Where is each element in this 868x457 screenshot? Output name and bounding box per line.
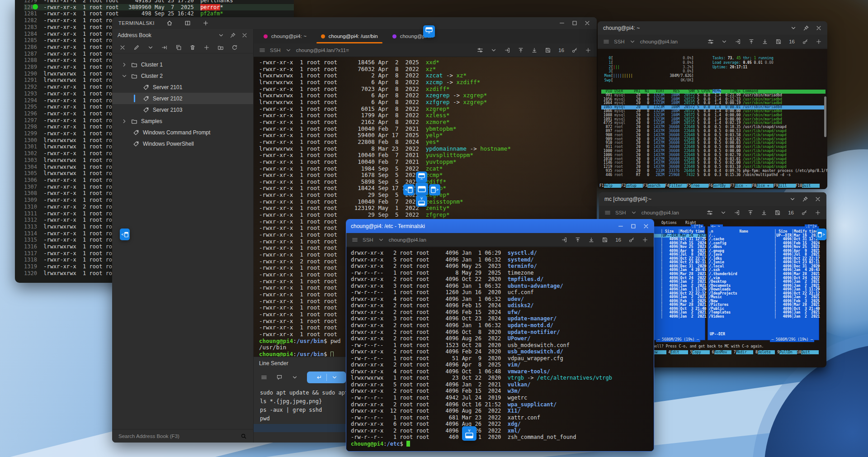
delete-icon[interactable] [189,44,196,51]
edit-icon[interactable] [133,44,140,51]
sliders-icon[interactable] [477,47,483,53]
connection-address[interactable]: choung@pi4.lan [389,237,426,243]
dock-east-button[interactable]: > [429,184,440,195]
sidebar-item-cluster-1[interactable]: Cluster 1 [112,59,253,70]
layout-icon[interactable] [184,20,191,26]
chevron-down-icon[interactable] [491,47,497,53]
export-icon[interactable] [735,38,741,45]
arrow-up-icon[interactable] [575,237,581,243]
mc-menu-options[interactable]: Options [661,221,677,225]
add-connection-icon[interactable] [203,44,210,51]
protocol-chevron-icon[interactable] [629,38,636,45]
key-icon[interactable] [628,237,635,243]
arrow-down-icon[interactable] [762,38,768,45]
protocol-chevron-icon[interactable] [285,47,292,53]
panel-collapse-icon[interactable] [218,32,224,38]
arrow-up-icon[interactable] [747,209,754,216]
dock-bottom-button[interactable]: v [462,426,476,441]
plus-icon[interactable] [642,237,648,243]
connection-address[interactable]: choung@pi4.lan [642,210,679,215]
panel-pin-icon[interactable] [803,25,809,31]
font-size-label[interactable]: 16 [789,39,795,44]
menu-icon[interactable] [261,374,267,381]
panel-collapse-icon[interactable] [790,25,797,31]
minimize-icon[interactable] [559,20,565,26]
dock-left-edge-button[interactable]: < [120,228,130,240]
terminal-pane[interactable]: 0[ 0.0%] 1[ 0.0%] 2[||| 3.2%] 3[ 0.0%] M… [598,49,827,189]
arrow-up-icon[interactable] [748,38,755,45]
dock-south-button[interactable]: v [416,195,427,207]
terminal-pane[interactable]: drwxr-xr-x 2 root root 4096 Jan 1 06:29 … [346,247,654,451]
key-icon[interactable] [571,47,578,53]
close-icon[interactable] [584,20,590,26]
sidebar-item-server-2101[interactable]: Server 2101 [112,81,253,93]
rename-icon[interactable] [161,44,168,51]
terminal-output[interactable]: drwxr-xr-x 2 root root 4096 Jan 1 06:29 … [351,250,612,447]
panel-close-icon[interactable] [241,32,248,38]
key-icon[interactable] [802,38,808,45]
htop-function-key-bar[interactable]: F1Help F2Setup F3Search F4Filter F5Tree … [599,183,820,188]
connection-address[interactable]: choung@pi4.lan [640,39,678,44]
dock-north-button[interactable]: ^ [416,171,427,183]
panel-pin-icon[interactable] [230,32,236,38]
font-size-label[interactable]: 16 [615,237,621,243]
sliders-icon[interactable] [707,209,713,216]
sidebar-item-cluster-2[interactable]: Cluster 2 [112,70,253,81]
chevron-right-icon[interactable] [121,118,127,124]
dock-west-button[interactable]: < [403,184,415,195]
arrow-down-icon[interactable] [531,47,538,53]
dock-center-button[interactable] [415,183,428,195]
mode-chevron-icon[interactable] [292,374,298,381]
sliders-icon[interactable] [708,38,714,45]
export-icon[interactable] [561,237,567,243]
panel-collapse-icon[interactable] [789,196,796,202]
close-icon[interactable] [816,25,822,31]
mc-right-panel[interactable]: <─ ~ .[^]>.n Name │ Size │Modify time /.… [708,226,819,340]
home-icon[interactable] [166,20,173,26]
menu-icon[interactable] [259,47,265,53]
font-size-label[interactable]: 16 [558,48,564,53]
sidebar-item-windows-powershell[interactable]: Windows PowerShell [112,138,253,149]
close-icon[interactable] [815,196,821,202]
plus-icon[interactable] [816,38,822,45]
sidebar-item-windows-command-prompt[interactable]: Windows Command Prompt [112,127,253,138]
export-icon[interactable] [734,209,740,216]
add-folder-icon[interactable] [217,44,224,51]
disconnect-icon[interactable] [119,44,126,51]
close-icon[interactable] [643,223,649,229]
menu-icon[interactable] [604,209,611,216]
arrow-down-icon[interactable] [588,237,594,243]
sidebar-item-server-2102[interactable]: Server 2102 [112,93,253,104]
dock-top-button[interactable]: ^ [423,25,435,38]
key-icon[interactable] [801,209,807,216]
save-icon[interactable] [545,47,551,53]
htop-process-table[interactable]: PID USER PRI NI VIRT RES SHR S CPU% MEM%… [601,90,826,177]
send-line-button[interactable] [307,371,346,383]
save-icon[interactable] [775,38,782,45]
sidebar-item-samples[interactable]: Samples [112,115,253,127]
connection-address[interactable]: choung@pi4.lan/?x11= [296,48,349,53]
duplicate-icon[interactable] [175,44,182,51]
refresh-icon[interactable] [231,44,238,51]
plus-icon[interactable] [815,209,821,216]
dock-right-edge-button[interactable]: > [816,228,826,240]
protocol-chevron-icon[interactable] [378,237,384,243]
search-icon[interactable] [241,433,247,439]
sidebar-item-server-2103[interactable]: Server 2103 [112,104,253,115]
arrow-down-icon[interactable] [761,209,767,216]
new-tab-icon[interactable] [203,20,209,26]
panel-pin-icon[interactable] [802,196,808,202]
plus-icon[interactable] [585,47,591,53]
chevron-down-icon[interactable] [721,38,727,45]
tab-1[interactable]: choung@pi4: ~ [256,29,314,43]
menu-icon[interactable] [352,237,358,243]
export-icon[interactable] [504,47,510,53]
scrollbar-thumb[interactable] [824,96,826,137]
menu-icon[interactable] [603,38,609,45]
protocol-chevron-icon[interactable] [631,209,637,216]
send-mode-icon[interactable] [276,374,283,381]
save-icon[interactable] [602,237,608,243]
minimize-icon[interactable] [618,223,624,229]
search-input[interactable] [118,433,241,439]
edit-menu-chevron-icon[interactable] [147,44,154,51]
